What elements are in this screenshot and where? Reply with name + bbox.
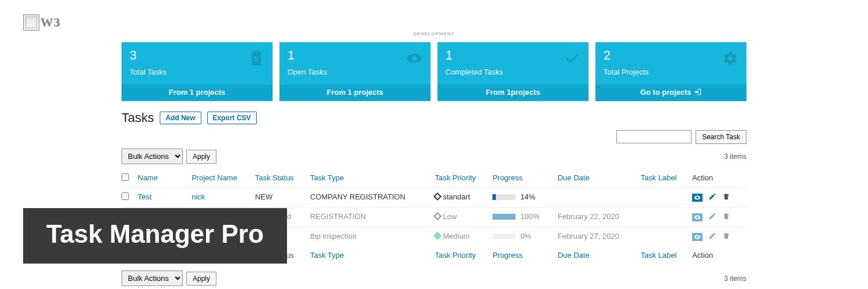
search-button[interactable]: Search Task [696,130,746,144]
delete-action-icon[interactable] [722,232,730,242]
exit-icon [694,88,702,98]
brand-logo-subtitle: DEVELOPMENT [23,31,845,36]
status-cell: NEW [255,188,310,208]
stat-footer[interactable]: From 1projects [437,84,589,100]
stat-value: 2 [604,48,738,63]
due-date-cell: February 27, 2020 [558,227,641,247]
col-label-f[interactable]: Task Label [641,246,692,265]
type-cell: tbp inspection [310,227,435,247]
priority-cell: standart [435,188,492,208]
stat-label: Completed Tasks [446,68,580,76]
view-action-icon[interactable] [692,213,703,221]
stat-footer[interactable]: From 1 projects [122,84,273,100]
delete-action-icon[interactable] [722,212,730,222]
stat-card-1[interactable]: 1 Open Tasks From 1 projects [279,42,431,101]
view-action-icon[interactable] [692,233,703,241]
label-cell [641,188,692,208]
stat-card-2[interactable]: 1 Completed Tasks From 1projects [437,42,589,101]
check-icon [564,50,580,68]
col-due[interactable]: Due Date [558,169,641,188]
apply-bulk-button[interactable]: Apply [186,150,216,164]
stat-value: 3 [130,48,264,63]
add-new-button[interactable]: Add New [160,112,201,124]
brand-logo-icon [23,14,39,31]
gear-icon [722,50,738,68]
page-title: Tasks [122,110,154,125]
due-date-cell [558,188,641,208]
select-all-checkbox[interactable] [122,173,129,181]
stat-value: 1 [446,48,580,63]
table-row: Test nick NEW COMPANY REGISTRATION stand… [122,188,746,208]
bulk-actions-select-bottom[interactable]: Bulk Actions [122,271,183,286]
col-progress-f[interactable]: Progress [492,246,558,265]
stat-card-3[interactable]: 2 Total Projects Go to projects [595,42,746,101]
progress-text: 100% [520,212,539,221]
items-count-top: 3 items [724,153,746,161]
col-action: Action [692,169,746,188]
col-label[interactable]: Task Label [641,169,692,188]
dashboard-cards: 3 Total Tasks From 1 projects 1 Open Tas… [0,42,868,107]
col-name[interactable]: Name [138,169,192,188]
diamond-icon [433,232,442,240]
overlay-title-badge: Task Manager Pro [23,208,287,264]
col-due-f[interactable]: Due Date [558,246,641,265]
stat-card-0[interactable]: 3 Total Tasks From 1 projects [122,42,273,101]
type-cell: COMPANY REGISTRATION [310,188,435,208]
col-progress[interactable]: Progress [492,169,558,188]
col-type-f[interactable]: Task Type [310,246,435,265]
row-checkbox[interactable] [122,192,129,200]
search-input[interactable] [616,130,692,143]
progress-bar [492,194,516,200]
col-priority-f[interactable]: Task Priority [435,246,492,265]
progress-cell: 14% [492,192,552,201]
edit-action-icon[interactable] [708,232,716,242]
col-status[interactable]: Task Status [255,169,310,188]
stat-label: Total Projects [604,68,738,76]
edit-action-icon[interactable] [708,192,716,202]
items-count-bottom: 3 items [724,275,746,283]
export-csv-button[interactable]: Export CSV [207,112,257,124]
progress-cell: 0% [492,232,552,240]
stat-footer[interactable]: From 1 projects [279,84,431,100]
label-cell [641,208,692,227]
progress-bar [492,234,516,239]
brand-logo: W3 DEVELOPMENT [0,0,868,42]
apply-bulk-button-bottom[interactable]: Apply [186,272,216,286]
col-project[interactable]: Project Name [192,169,255,188]
stat-footer[interactable]: Go to projects [595,84,746,101]
due-date-cell: February 22, 2020 [558,208,641,227]
stat-label: Total Tasks [130,68,264,76]
diamond-icon [433,192,442,201]
diamond-icon [433,212,442,220]
progress-cell: 100% [492,212,552,221]
stat-label: Open Tasks [288,68,422,76]
view-action-icon[interactable] [692,194,703,202]
brand-logo-text: W3 [41,15,61,30]
eye-icon [406,50,422,68]
task-name-link[interactable]: Test [138,192,152,201]
edit-action-icon[interactable] [708,212,716,222]
priority-cell: Low [435,208,492,227]
label-cell [641,227,692,247]
col-priority[interactable]: Task Priority [435,169,492,188]
progress-bar [492,214,516,220]
col-type[interactable]: Task Type [310,169,435,188]
project-link[interactable]: nick [192,192,205,201]
type-cell: REGISTRATION [310,208,435,227]
stat-value: 1 [288,48,422,63]
col-action-f: Action [692,246,746,265]
clipboard-icon [248,50,264,68]
progress-text: 14% [520,192,535,201]
progress-text: 0% [520,232,531,240]
bulk-actions-select[interactable]: Bulk Actions [122,149,183,164]
priority-cell: Medium [435,227,492,247]
delete-action-icon[interactable] [722,192,730,202]
